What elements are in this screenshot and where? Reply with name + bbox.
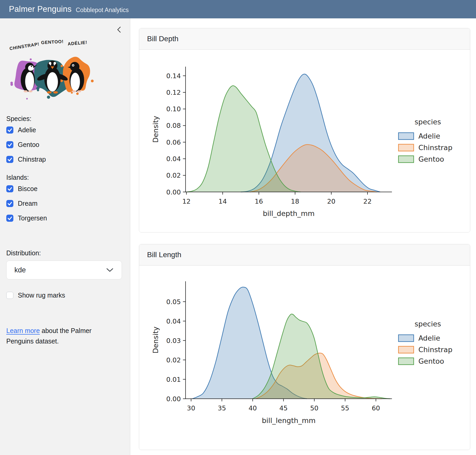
sidebar-collapse-button[interactable]	[115, 25, 124, 34]
rug-checkbox[interactable]	[6, 292, 13, 299]
species-chinstrap-label: Chinstrap	[18, 156, 46, 163]
island-biscoe-checkbox[interactable]	[6, 185, 13, 192]
distribution-select[interactable]: kde	[6, 261, 122, 279]
legend-title: species	[415, 320, 441, 328]
y-tick-label: 0.00	[166, 188, 181, 196]
y-tick-label: 0.01	[166, 376, 181, 383]
island-biscoe-label: Biscoe	[18, 185, 37, 193]
bill-depth-plot: 1214161820220.000.020.040.060.080.100.12…	[139, 50, 470, 232]
y-tick-label: 0.02	[166, 356, 181, 364]
bill-length-card-header: Bill Length	[139, 244, 470, 266]
sidebar: CHINSTRAP!GENTOO!ADÉLIE! Species: Adelie…	[0, 18, 130, 455]
y-axis-label: Density	[152, 116, 160, 143]
legend-swatch-adelie	[398, 335, 414, 342]
island-torgersen-label: Torgersen	[18, 214, 47, 222]
y-tick-label: 0.08	[166, 122, 181, 130]
legend-label-gentoo: Gentoo	[418, 357, 444, 365]
island-torgersen-row[interactable]: Torgersen	[6, 214, 123, 222]
gentoo-artwork-label: GENTOO!	[41, 39, 64, 45]
species-adelie-checkbox[interactable]	[6, 126, 13, 134]
y-tick-label: 0.03	[166, 337, 181, 345]
x-tick-label: 35	[218, 404, 226, 412]
y-tick-label: 0.05	[166, 298, 181, 306]
sidebar-footer-text: Learn more about the Palmer Penguins dat…	[6, 325, 119, 346]
y-tick-label: 0.10	[166, 105, 181, 113]
island-dream-row[interactable]: Dream	[6, 200, 123, 207]
x-tick-label: 60	[372, 404, 380, 412]
species-label: Species:	[6, 115, 123, 123]
adelie-artwork-label: ADÉLIE!	[67, 40, 87, 46]
x-tick-label: 20	[327, 198, 336, 205]
y-axis-label: Density	[152, 327, 160, 354]
app-title: Palmer Penguins	[9, 4, 72, 14]
species-gentoo-checkbox[interactable]	[6, 141, 13, 148]
legend-swatch-chinstrap	[398, 144, 414, 151]
legend-label-adelie: Adelie	[418, 334, 440, 342]
species-gentoo-row[interactable]: Gentoo	[6, 141, 123, 149]
x-tick-label: 16	[255, 198, 263, 205]
species-adelie-label: Adelie	[18, 126, 36, 134]
check-icon	[6, 200, 13, 207]
distribution-group: Distribution: kde	[6, 249, 123, 279]
x-tick-label: 55	[341, 404, 349, 412]
species-chinstrap-checkbox[interactable]	[6, 156, 13, 163]
y-tick-label: 0.04	[166, 155, 181, 163]
x-tick-label: 50	[310, 404, 318, 412]
islands-label: Islands:	[6, 174, 123, 181]
rug-option-holder: Show rug marks	[6, 292, 123, 299]
species-checkbox-group: AdelieGentooChinstrap	[6, 126, 123, 163]
check-icon	[6, 185, 13, 192]
bill-depth-card: Bill Depth 1214161820220.000.020.040.060…	[139, 28, 470, 232]
y-tick-label: 0.00	[166, 395, 181, 403]
islands-filter-group: Islands: BiscoeDreamTorgersen	[6, 174, 123, 222]
check-icon	[6, 126, 13, 134]
x-tick-label: 30	[187, 404, 195, 412]
bill-depth-card-title: Bill Depth	[147, 35, 178, 43]
legend-swatch-gentoo	[398, 156, 414, 163]
app-subtitle: Cobblepot Analytics	[76, 7, 129, 14]
bill-length-card: Bill Length 303540455055600.000.010.020.…	[139, 244, 470, 450]
legend-swatch-adelie	[398, 133, 414, 140]
chevron-down-icon	[106, 268, 114, 272]
legend-title: species	[415, 118, 441, 126]
bill-length-plot: 303540455055600.000.010.020.030.040.05bi…	[139, 266, 470, 449]
plot-legend: speciesAdelieChinstrapGentoo	[398, 320, 452, 365]
app-header: Palmer Penguins Cobblepot Analytics	[0, 0, 476, 18]
rug-row[interactable]: Show rug marks	[6, 292, 123, 299]
penguins-artwork-image: CHINSTRAP!GENTOO!ADÉLIE!	[8, 35, 96, 103]
island-dream-label: Dream	[18, 200, 37, 207]
distribution-label: Distribution:	[6, 249, 123, 257]
y-tick-label: 0.02	[166, 172, 181, 179]
check-icon	[6, 156, 13, 163]
island-dream-checkbox[interactable]	[6, 200, 13, 207]
chinstrap-artwork-label: CHINSTRAP!	[9, 41, 40, 51]
x-tick-label: 14	[219, 198, 227, 205]
y-tick-label: 0.12	[166, 89, 181, 96]
species-chinstrap-row[interactable]: Chinstrap	[6, 156, 123, 163]
species-gentoo-label: Gentoo	[18, 141, 39, 149]
legend-label-gentoo: Gentoo	[418, 155, 444, 163]
bill-length-card-title: Bill Length	[147, 251, 181, 259]
check-icon	[6, 141, 13, 148]
legend-label-chinstrap: Chinstrap	[418, 144, 452, 152]
legend-label-adelie: Adelie	[418, 132, 440, 140]
learn-more-link[interactable]: Learn more	[6, 327, 40, 334]
y-tick-label: 0.04	[166, 318, 181, 325]
check-icon	[6, 215, 13, 222]
x-axis-label: bill_depth_mm	[263, 209, 315, 218]
legend-label-chinstrap: Chinstrap	[418, 346, 452, 354]
island-biscoe-row[interactable]: Biscoe	[6, 185, 123, 193]
island-torgersen-checkbox[interactable]	[6, 215, 13, 222]
distribution-selected-value: kde	[14, 266, 26, 274]
y-tick-label: 0.06	[166, 139, 181, 146]
x-tick-label: 40	[248, 404, 257, 412]
y-tick-label: 0.14	[166, 72, 181, 80]
chevron-left-icon	[115, 25, 124, 34]
bill-depth-card-header: Bill Depth	[139, 28, 470, 50]
bill-length-card-body: 303540455055600.000.010.020.030.040.05bi…	[139, 266, 470, 449]
x-tick-label: 18	[291, 198, 299, 205]
species-adelie-row[interactable]: Adelie	[6, 126, 123, 134]
bill-depth-card-body: 1214161820220.000.020.040.060.080.100.12…	[139, 50, 470, 232]
x-tick-label: 22	[363, 198, 372, 205]
x-tick-label: 45	[279, 404, 288, 412]
